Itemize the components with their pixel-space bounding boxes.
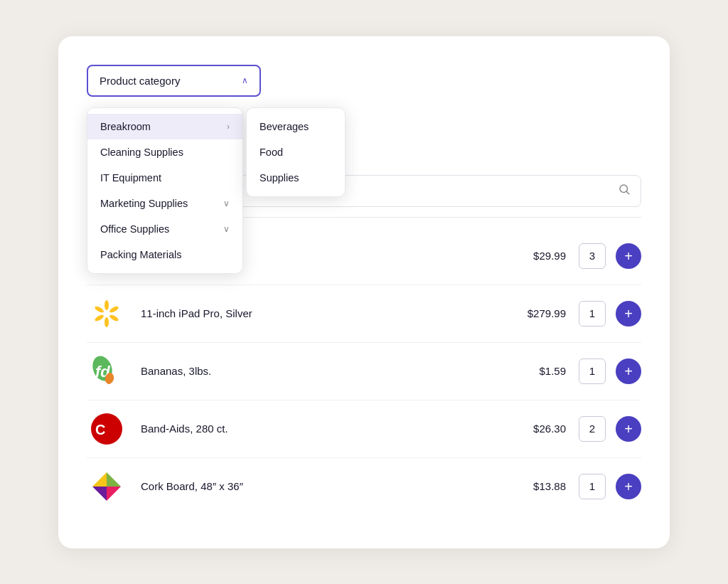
dropdown-container: Breakroom › Cleaning Supplies IT Equipme… (87, 107, 346, 274)
svg-point-5 (109, 304, 119, 313)
dropdown-item-packing[interactable]: Packing Materials (87, 242, 242, 267)
svg-marker-18 (107, 487, 121, 501)
sub-item-beverages[interactable]: Beverages (247, 114, 345, 139)
chevron-down-icon: ∨ (223, 198, 230, 208)
dropdown-item-office[interactable]: Office Supplies ∨ (87, 216, 242, 242)
quantity-display: 3 (579, 243, 606, 269)
product-price: $1.59 (502, 365, 566, 377)
product-name: 11-inch iPad Pro, Silver (141, 307, 502, 319)
product-name: Band-Aids, 280 ct. (141, 423, 502, 435)
quantity-display: 1 (579, 359, 606, 384)
dropdown-item-marketing[interactable]: Marketing Supplies ∨ (87, 191, 242, 216)
add-button[interactable]: + (616, 301, 641, 326)
dropdown-item-breakroom[interactable]: Breakroom › (87, 114, 242, 139)
svg-point-6 (109, 313, 119, 322)
product-name: Bananas, 3lbs. (141, 365, 502, 377)
table-row: Cork Board, 48″ x 36″ $13.88 1 + (87, 458, 641, 515)
svg-point-4 (105, 300, 109, 310)
table-row: 11-inch iPad Pro, Silver $279.99 1 + (87, 285, 641, 343)
mosaic-logo (87, 467, 127, 506)
svg-point-0 (620, 185, 628, 193)
add-button[interactable]: + (616, 416, 641, 442)
sub-menu: Beverages Food Supplies (246, 107, 346, 197)
dropdown-item-label: Marketing Supplies (100, 198, 188, 209)
quantity-display: 2 (579, 416, 606, 442)
product-price: $13.88 (502, 480, 566, 492)
arrow-right-icon: › (227, 122, 230, 132)
dropdown-trigger-label: Product category (100, 75, 180, 87)
dropdown-item-label: Office Supplies (100, 223, 169, 235)
add-button[interactable]: + (616, 474, 641, 499)
dropdown-item-it[interactable]: IT Equipment (87, 165, 242, 191)
table-row: fd Bananas, 3lbs. $1.59 1 + (87, 343, 641, 400)
svg-point-7 (105, 317, 109, 327)
product-price: $26.30 (502, 423, 566, 435)
main-card: Product category ∧ Breakroom › Cleaning … (58, 36, 670, 548)
quantity-display: 1 (579, 474, 606, 499)
svg-marker-17 (92, 487, 107, 501)
search-icon (618, 183, 631, 199)
svg-marker-16 (107, 472, 121, 487)
svg-point-8 (94, 313, 105, 322)
sub-item-food[interactable]: Food (247, 139, 345, 165)
dropdown-item-label: Breakroom (100, 121, 151, 132)
product-price: $279.99 (502, 307, 566, 319)
svg-marker-15 (92, 472, 107, 487)
product-name: Cork Board, 48″ x 36″ (141, 480, 502, 492)
dropdown-item-label: Cleaning Supplies (100, 147, 183, 158)
walmart-logo (87, 294, 127, 334)
add-button[interactable]: + (616, 243, 641, 269)
dropdown-item-cleaning[interactable]: Cleaning Supplies (87, 139, 242, 165)
svg-text:C: C (95, 422, 105, 437)
quantity-display: 1 (579, 301, 606, 326)
product-category-dropdown[interactable]: Product category ∧ (87, 65, 261, 97)
cvs-logo: C (87, 409, 127, 449)
product-price: $29.99 (502, 250, 566, 262)
sub-item-supplies[interactable]: Supplies (247, 165, 345, 191)
dropdown-menu: Breakroom › Cleaning Supplies IT Equipme… (87, 107, 243, 274)
table-row: C Band-Aids, 280 ct. $26.30 2 + (87, 400, 641, 458)
dropdown-item-label: Packing Materials (100, 249, 181, 260)
svg-line-1 (626, 191, 628, 193)
chevron-down-icon: ∨ (223, 224, 230, 234)
dropdown-item-label: IT Equipment (100, 172, 161, 184)
add-button[interactable]: + (616, 359, 641, 384)
fd-logo: fd (87, 351, 127, 391)
chevron-up-icon: ∧ (242, 75, 248, 85)
svg-point-9 (94, 304, 105, 313)
